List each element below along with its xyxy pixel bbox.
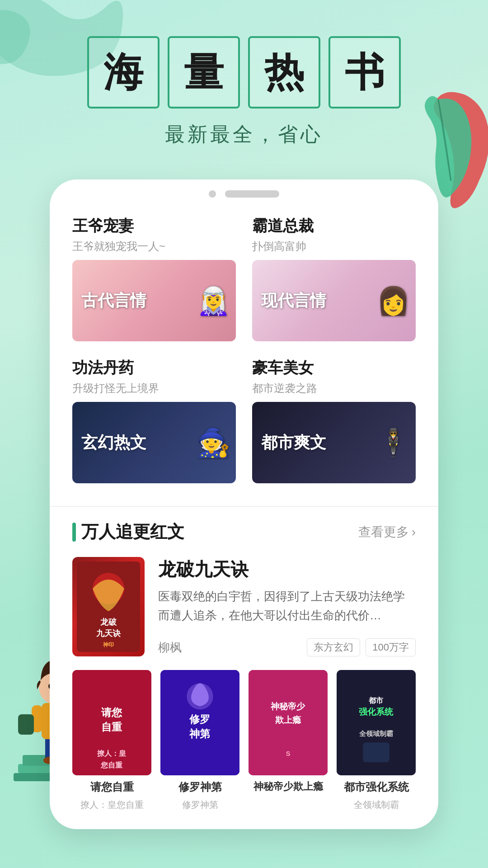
featured-cover: 龙破 九天诀 神印 xyxy=(72,557,145,656)
book-cover-3: 玄幻热文 🧙 xyxy=(72,402,236,483)
svg-text:强化系统: 强化系统 xyxy=(359,707,394,717)
small-book-2[interactable]: 神秘帝少 欺上瘾 S 神秘帝少欺上瘾 xyxy=(249,670,328,811)
book-desc-3: 升级打怪无上境界 xyxy=(72,381,236,396)
featured-tags: 东方玄幻 100万字 xyxy=(307,638,416,656)
featured-info: 龙破九天诀 医毒双绝的白宇哲，因得到了上古天级功法绝学而遭人追杀，在他大哥以付出… xyxy=(158,557,416,656)
svg-rect-22 xyxy=(363,742,389,762)
phone-pill xyxy=(225,190,279,198)
title-char-2: 量 xyxy=(168,36,240,108)
svg-text:欺上瘾: 欺上瘾 xyxy=(275,715,301,725)
phone-dot xyxy=(209,190,216,198)
cover-label-2: 现代言情 xyxy=(261,290,326,312)
book-cover-1: 古代言情 🧝‍♀️ xyxy=(72,260,236,341)
featured-author: 柳枫 xyxy=(158,640,182,656)
small-book-subtitle-0: 撩人：皇您自重 xyxy=(80,799,144,811)
title-boxes: 海 量 热 书 xyxy=(0,36,488,108)
featured-book[interactable]: 龙破 九天诀 神印 龙破九天诀 医毒双绝的白宇哲，因得到了上古天级功法绝学而遭人… xyxy=(50,557,438,656)
book-desc-2: 扑倒高富帅 xyxy=(252,239,416,254)
subtitle: 最新最全，省心 xyxy=(0,121,488,148)
small-book-1[interactable]: 修罗 神第 修罗神第 修罗神第 xyxy=(160,670,239,811)
small-cover-0: 请您 自重 撩人：皇 您自重 xyxy=(72,670,151,775)
book-item-4[interactable]: 豪车美女 都市逆袭之路 都市爽文 🕴️ xyxy=(252,358,416,483)
cover-label-1: 古代言情 xyxy=(81,290,146,312)
svg-text:修罗: 修罗 xyxy=(189,713,211,725)
book-desc-4: 都市逆袭之路 xyxy=(252,381,416,396)
book-grid: 王爷宠妻 王爷就独宠我一人~ 古代言情 🧝‍♀️ 霸道总裁 扑倒高富帅 现代言情… xyxy=(72,216,416,483)
book-title-4: 豪车美女 xyxy=(252,358,416,378)
title-char-3: 热 xyxy=(248,36,320,108)
svg-rect-37 xyxy=(18,714,34,735)
book-cover-4: 都市爽文 🕴️ xyxy=(252,402,416,483)
featured-title: 龙破九天诀 xyxy=(158,557,416,582)
featured-summary: 医毒双绝的白宇哲，因得到了上古天级功法绝学而遭人追杀，在他大哥以付出生命的代价… xyxy=(158,587,416,631)
svg-text:龙破: 龙破 xyxy=(100,618,117,627)
svg-text:S: S xyxy=(286,750,291,757)
phone-content: 王爷宠妻 王爷就独宠我一人~ 古代言情 🧝‍♀️ 霸道总裁 扑倒高富帅 现代言情… xyxy=(50,207,438,492)
book-desc-1: 王爷就独宠我一人~ xyxy=(72,239,236,254)
tag-length: 100万字 xyxy=(366,638,416,656)
tag-genre: 东方玄幻 xyxy=(307,638,360,656)
phone-mockup: 王爷宠妻 王爷就独宠我一人~ 古代言情 🧝‍♀️ 霸道总裁 扑倒高富帅 现代言情… xyxy=(50,179,438,829)
book-cover-2: 现代言情 👩 xyxy=(252,260,416,341)
small-cover-3: 都市 强化系统 全领域制霸 xyxy=(337,670,416,775)
section-title: 万人追更红文 xyxy=(81,520,184,543)
book-title-1: 王爷宠妻 xyxy=(72,216,236,236)
svg-text:请您: 请您 xyxy=(102,707,123,718)
svg-text:自重: 自重 xyxy=(102,721,123,733)
cover-label-4: 都市爽文 xyxy=(261,432,326,454)
section-more-button[interactable]: 查看更多 › xyxy=(358,524,416,541)
featured-meta: 柳枫 东方玄幻 100万字 xyxy=(158,638,416,656)
section-divider xyxy=(50,506,438,507)
small-book-subtitle-3: 全领域制霸 xyxy=(354,799,399,811)
svg-text:神印: 神印 xyxy=(103,642,114,648)
small-book-0[interactable]: 请您 自重 撩人：皇 您自重 请您自重 撩人：皇您自重 xyxy=(72,670,151,811)
book-item-3[interactable]: 功法丹药 升级打怪无上境界 玄幻热文 🧙 xyxy=(72,358,236,483)
small-cover-2: 神秘帝少 欺上瘾 S xyxy=(249,670,328,775)
title-char-1: 海 xyxy=(87,36,160,108)
cover-label-3: 玄幻热文 xyxy=(81,432,146,454)
svg-text:都市: 都市 xyxy=(369,696,384,704)
section-title-wrap: 万人追更红文 xyxy=(72,520,184,543)
small-cover-1: 修罗 神第 xyxy=(160,670,239,775)
small-book-3[interactable]: 都市 强化系统 全领域制霸 都市强化系统 全领域制霸 xyxy=(337,670,416,811)
small-book-title-2: 神秘帝少欺上瘾 xyxy=(253,780,323,793)
svg-text:神第: 神第 xyxy=(189,728,211,740)
small-book-title-3: 都市强化系统 xyxy=(344,780,409,794)
svg-text:撩人：皇: 撩人：皇 xyxy=(97,749,127,757)
header-area: 海 量 热 书 最新最全，省心 xyxy=(0,0,488,161)
small-book-title-1: 修罗神第 xyxy=(178,780,222,794)
title-char-4: 书 xyxy=(328,36,401,108)
svg-text:九天诀: 九天诀 xyxy=(96,629,121,638)
svg-text:您自重: 您自重 xyxy=(101,761,123,769)
book-title-2: 霸道总裁 xyxy=(252,216,416,236)
section-bar xyxy=(72,523,76,542)
small-book-subtitle-1: 修罗神第 xyxy=(182,799,218,811)
phone-top-bar xyxy=(50,179,438,207)
book-item-2[interactable]: 霸道总裁 扑倒高富帅 现代言情 👩 xyxy=(252,216,416,341)
book-item-1[interactable]: 王爷宠妻 王爷就独宠我一人~ 古代言情 🧝‍♀️ xyxy=(72,216,236,341)
svg-text:神秘帝少: 神秘帝少 xyxy=(271,701,306,711)
svg-text:全领域制霸: 全领域制霸 xyxy=(359,730,393,737)
book-title-3: 功法丹药 xyxy=(72,358,236,378)
small-books-grid: 请您 自重 撩人：皇 您自重 请您自重 撩人：皇您自重 修罗 神第 修罗神第 xyxy=(50,670,438,811)
section-header: 万人追更红文 查看更多 › xyxy=(50,520,438,543)
small-book-title-0: 请您自重 xyxy=(90,780,134,794)
